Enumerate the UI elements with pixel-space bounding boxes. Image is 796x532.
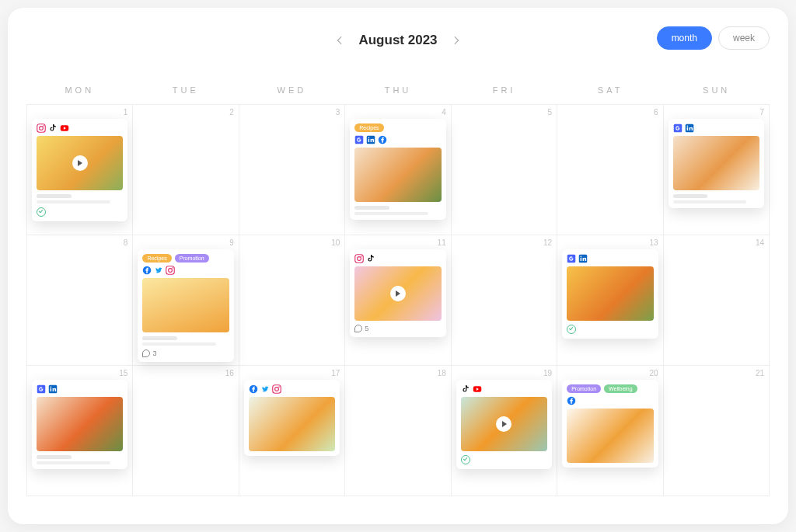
calendar-cell[interactable]: 17 bbox=[239, 366, 345, 496]
svg-rect-11 bbox=[686, 127, 688, 130]
post-thumbnail bbox=[37, 397, 123, 451]
calendar-cell[interactable]: 115 bbox=[345, 235, 451, 366]
status-row bbox=[567, 325, 653, 334]
day-number: 9 bbox=[229, 238, 234, 247]
day-number: 14 bbox=[756, 238, 764, 247]
instagram-icon bbox=[166, 266, 175, 275]
view-toggle: month week bbox=[657, 26, 770, 50]
post-thumbnail bbox=[673, 136, 759, 190]
google-icon bbox=[354, 135, 364, 144]
post-card[interactable] bbox=[456, 380, 552, 469]
post-thumbnail bbox=[567, 409, 653, 463]
svg-point-19 bbox=[361, 256, 363, 257]
post-card[interactable] bbox=[562, 249, 658, 339]
network-icons bbox=[37, 384, 123, 394]
status-row bbox=[37, 207, 123, 217]
approved-icon bbox=[37, 207, 46, 217]
header: August 2023 month week bbox=[26, 26, 770, 54]
calendar-cell[interactable]: 13 bbox=[557, 235, 663, 366]
day-number: 21 bbox=[756, 369, 764, 377]
day-number: 8 bbox=[124, 238, 128, 247]
comment-count[interactable]: 3 bbox=[142, 349, 229, 357]
prev-month-button[interactable] bbox=[332, 33, 347, 48]
post-thumbnail bbox=[142, 278, 229, 332]
week-view-button[interactable]: week bbox=[718, 26, 770, 50]
svg-rect-14 bbox=[166, 266, 175, 275]
post-card[interactable]: 5 bbox=[350, 249, 445, 337]
day-labels: MONTUEWEDTHUFRISATSUN bbox=[26, 85, 770, 95]
post-thumbnail bbox=[37, 136, 123, 190]
tiktok-icon bbox=[366, 254, 375, 263]
network-icons bbox=[461, 384, 547, 394]
comment-count[interactable]: 5 bbox=[354, 325, 441, 332]
calendar-cell[interactable]: 19 bbox=[452, 366, 557, 496]
calendar-cell[interactable]: 16 bbox=[133, 366, 239, 496]
calendar-cell[interactable]: 2 bbox=[133, 105, 239, 235]
calendar-cell[interactable]: 4Recipes bbox=[345, 105, 451, 235]
month-nav: August 2023 bbox=[332, 33, 463, 48]
approved-icon bbox=[567, 325, 576, 334]
svg-point-1 bbox=[40, 127, 44, 130]
calendar-cell[interactable]: 7 bbox=[664, 105, 770, 235]
calendar-cell[interactable]: 20PromotionWellbeing bbox=[557, 366, 663, 496]
youtube-icon bbox=[60, 123, 69, 133]
day-label: FRI bbox=[451, 85, 557, 95]
day-label: MON bbox=[26, 85, 133, 95]
comment-number: 5 bbox=[365, 325, 368, 332]
day-number: 19 bbox=[543, 369, 552, 377]
svg-rect-26 bbox=[51, 388, 52, 391]
month-view-button[interactable]: month bbox=[657, 26, 712, 50]
calendar-cell[interactable]: 3 bbox=[239, 105, 345, 235]
calendar-cell[interactable]: 18 bbox=[345, 366, 451, 496]
post-card[interactable]: Recipes bbox=[350, 119, 445, 220]
calendar-cell[interactable]: 10 bbox=[239, 235, 345, 366]
svg-point-31 bbox=[278, 386, 280, 388]
play-icon[interactable] bbox=[72, 155, 88, 171]
network-icons bbox=[142, 266, 229, 275]
tag-recipes: Recipes bbox=[354, 123, 383, 132]
day-number: 1 bbox=[124, 108, 128, 116]
post-card[interactable] bbox=[244, 380, 340, 456]
network-icons bbox=[567, 396, 653, 405]
svg-rect-6 bbox=[368, 139, 370, 142]
day-label: THU bbox=[345, 85, 452, 95]
post-card[interactable] bbox=[32, 119, 127, 221]
play-icon[interactable] bbox=[496, 416, 511, 432]
post-card[interactable] bbox=[32, 380, 127, 469]
calendar-cell[interactable]: 1 bbox=[27, 105, 133, 235]
text-placeholder bbox=[37, 194, 123, 203]
network-icons bbox=[567, 254, 653, 263]
svg-point-15 bbox=[169, 269, 173, 273]
tag-promotion: Promotion bbox=[175, 254, 209, 263]
day-label: SAT bbox=[557, 85, 664, 95]
calendar-cell[interactable]: 9RecipesPromotion3 bbox=[133, 235, 239, 366]
calendar-cell[interactable]: 14 bbox=[664, 235, 770, 366]
svg-point-12 bbox=[686, 126, 688, 127]
calendar-cell[interactable]: 15 bbox=[27, 366, 133, 496]
network-icons bbox=[37, 123, 123, 133]
day-number: 18 bbox=[438, 369, 446, 377]
comment-icon bbox=[354, 325, 362, 332]
instagram-icon bbox=[272, 384, 281, 394]
tag-promotion: Promotion bbox=[567, 384, 601, 393]
facebook-icon bbox=[378, 135, 387, 144]
post-card[interactable]: PromotionWellbeing bbox=[562, 380, 658, 468]
tag-wellbeing: Wellbeing bbox=[604, 384, 637, 393]
calendar-cell[interactable]: 12 bbox=[452, 235, 557, 366]
linkedin-icon bbox=[48, 384, 58, 394]
post-card[interactable] bbox=[669, 119, 764, 208]
post-card[interactable]: RecipesPromotion3 bbox=[138, 249, 233, 362]
day-number: 7 bbox=[759, 108, 764, 116]
calendar-cell[interactable]: 5 bbox=[452, 105, 557, 235]
day-number: 10 bbox=[331, 238, 340, 247]
day-number: 3 bbox=[336, 108, 340, 116]
post-thumbnail bbox=[567, 266, 653, 321]
google-icon bbox=[37, 384, 46, 394]
calendar-cell[interactable]: 8 bbox=[27, 235, 133, 366]
next-month-button[interactable] bbox=[449, 33, 464, 48]
calendar-cell[interactable]: 21 bbox=[664, 366, 770, 496]
play-icon[interactable] bbox=[390, 286, 406, 301]
comment-number: 3 bbox=[152, 349, 156, 357]
network-icons bbox=[249, 384, 335, 394]
calendar-cell[interactable]: 6 bbox=[557, 105, 663, 235]
